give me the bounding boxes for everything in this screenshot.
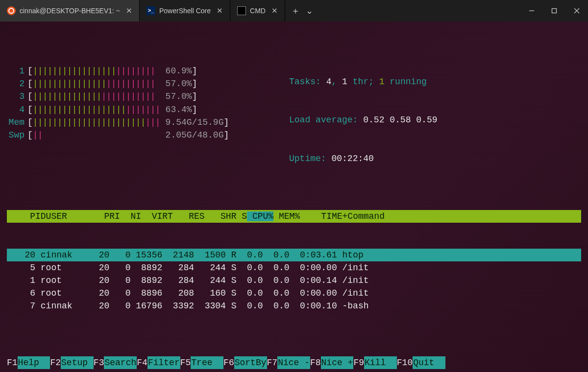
system-info: Tasks: 4, 1 thr; 1 running Load average:…: [289, 50, 438, 190]
close-icon[interactable]: ✕: [271, 5, 278, 16]
fkey-F1: F1: [7, 356, 18, 369]
fkey-F7: F7: [267, 356, 278, 369]
tab-powershell[interactable]: >_ PowerShell Core ✕: [140, 0, 230, 22]
load-label: Load average:: [289, 115, 363, 125]
fkey-F5: F5: [180, 356, 191, 369]
flabel-F7[interactable]: Nice -: [277, 356, 310, 369]
window-controls: [520, 0, 588, 22]
process-table-body: 20 cinnak 20 0 15356 2148 1500 R 0.0 0.0…: [7, 249, 581, 312]
fkey-F3: F3: [94, 356, 104, 369]
maximize-button[interactable]: [543, 0, 565, 22]
titlebar: cinnak@DESKTOP-BHE5EV1: ~ ✕ >_ PowerShel…: [0, 0, 588, 22]
process-row[interactable]: 7 cinnak 20 0 16796 3392 3304 S 0.0 0.0 …: [7, 300, 581, 312]
fkey-F10: F10: [397, 356, 413, 369]
function-key-bar: F1Help F2Setup F3SearchF4FilterF5Tree F6…: [7, 356, 581, 369]
terminal-viewport[interactable]: 1[||||||||||||||||||||||||| 60.9%] 2[|||…: [0, 22, 588, 372]
process-row[interactable]: 5 root 20 0 8892 284 244 S 0.0 0.0 0:00.…: [7, 261, 581, 274]
cmd-icon: [237, 6, 246, 15]
flabel-F2[interactable]: Setup: [61, 356, 94, 369]
fkey-F9: F9: [353, 356, 364, 369]
tab-label: CMD: [250, 6, 266, 16]
flabel-F3[interactable]: Search: [104, 356, 137, 369]
process-row[interactable]: 6 root 20 0 8896 208 160 S 0.0 0.0 0:00.…: [7, 287, 581, 300]
thread-count: 1: [342, 77, 347, 87]
load-15m: 0.59: [416, 115, 437, 125]
process-row[interactable]: 1 root 20 0 8892 284 244 S 0.0 0.0 0:00.…: [7, 274, 581, 287]
tasks-count: 4: [326, 77, 332, 87]
uptime-label: Uptime:: [289, 154, 331, 163]
flabel-F10[interactable]: Quit: [413, 356, 445, 369]
tasks-label: Tasks:: [289, 77, 326, 87]
load-5m: 0.58: [390, 115, 411, 125]
tab-label: cinnak@DESKTOP-BHE5EV1: ~: [20, 6, 120, 16]
tab-strip: cinnak@DESKTOP-BHE5EV1: ~ ✕ >_ PowerShel…: [0, 0, 285, 22]
new-tab-button[interactable]: ＋: [291, 6, 300, 15]
close-icon[interactable]: ✕: [217, 5, 223, 16]
fkey-F4: F4: [137, 356, 147, 369]
flabel-F5[interactable]: Tree: [191, 356, 223, 369]
process-table-header[interactable]: PIDUSER PRI NI VIRT RES SHR S CPU% MEM% …: [7, 210, 581, 223]
minimize-button[interactable]: [520, 0, 543, 22]
load-1m: 0.52: [363, 115, 384, 125]
titlebar-spacer: [319, 0, 520, 22]
process-row[interactable]: 20 cinnak 20 0 15356 2148 1500 R 0.0 0.0…: [7, 249, 581, 261]
new-tab-controls: ＋ ⌄: [285, 0, 319, 22]
fkey-F6: F6: [223, 356, 234, 369]
powershell-icon: >_: [147, 6, 155, 15]
fkey-F2: F2: [50, 356, 61, 369]
tab-dropdown-button[interactable]: ⌄: [306, 6, 313, 15]
tab-label: PowerShell Core: [159, 6, 211, 16]
tab-cmd[interactable]: CMD ✕: [230, 0, 285, 22]
flabel-F6[interactable]: SortBy: [234, 356, 267, 369]
flabel-F9[interactable]: Kill: [364, 356, 397, 369]
tab-ubuntu[interactable]: cinnak@DESKTOP-BHE5EV1: ~ ✕: [0, 0, 140, 22]
flabel-F1[interactable]: Help: [18, 356, 50, 369]
close-button[interactable]: [565, 0, 588, 22]
flabel-F4[interactable]: Filter: [147, 356, 180, 369]
flabel-F8[interactable]: Nice +: [321, 356, 354, 369]
ubuntu-icon: [7, 6, 16, 15]
uptime-value: 00:22:40: [331, 154, 373, 163]
svg-rect-1: [552, 9, 557, 13]
fkey-F8: F8: [310, 356, 321, 369]
close-icon[interactable]: ✕: [126, 5, 132, 16]
running-count: 1: [379, 77, 385, 87]
